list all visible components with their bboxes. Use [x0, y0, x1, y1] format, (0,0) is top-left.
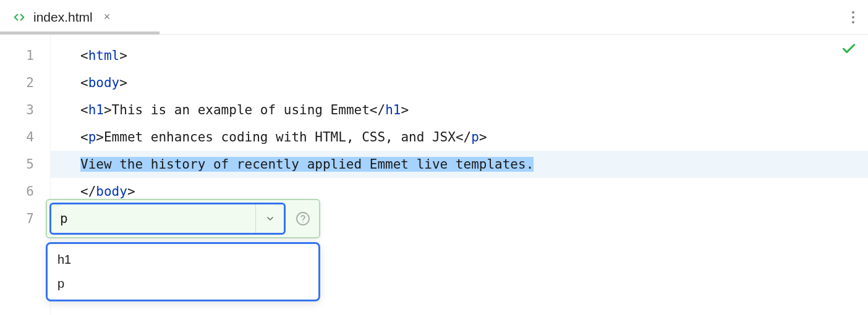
line-number: 7: [0, 205, 50, 232]
line-number: 5: [0, 151, 50, 178]
line-number: 6: [0, 178, 50, 205]
status-ok-icon[interactable]: [841, 41, 857, 59]
line-number: 4: [0, 124, 50, 151]
history-item[interactable]: h1: [48, 248, 318, 272]
svg-point-4: [302, 222, 304, 223]
emmet-input[interactable]: [51, 204, 255, 233]
close-icon[interactable]: ×: [104, 10, 111, 23]
selected-text: View the history of recently applied Emm…: [80, 157, 534, 172]
popup-input-row: [46, 199, 320, 238]
code-line: <html>: [80, 42, 868, 69]
more-menu-icon[interactable]: [843, 7, 863, 27]
line-number: 2: [0, 69, 50, 96]
code-line: <h1>This is an example of using Emmet</h…: [80, 96, 868, 124]
code-line: View the history of recently applied Emm…: [80, 151, 868, 178]
help-icon[interactable]: [292, 208, 314, 230]
emmet-popup: h1 p: [46, 199, 320, 301]
code-file-icon: [12, 10, 26, 24]
chevron-down-icon[interactable]: [255, 204, 284, 233]
code-line: <body>: [80, 69, 868, 96]
svg-point-2: [852, 21, 854, 23]
svg-point-3: [297, 212, 309, 225]
popup-input-container: [49, 203, 286, 235]
code-line: <p>Emmet enhances coding with HTML, CSS,…: [80, 124, 868, 151]
line-number: 3: [0, 96, 50, 124]
tab-title: index.html: [33, 10, 93, 25]
line-gutter: 1 2 3 4 5 6 7: [0, 35, 51, 315]
history-dropdown: h1 p: [46, 242, 320, 301]
svg-point-0: [852, 11, 854, 14]
svg-point-1: [852, 16, 854, 19]
tab-bar: index.html ×: [0, 0, 868, 35]
line-number: 1: [0, 42, 50, 69]
file-tab[interactable]: index.html ×: [0, 0, 121, 34]
history-item[interactable]: p: [48, 272, 318, 296]
